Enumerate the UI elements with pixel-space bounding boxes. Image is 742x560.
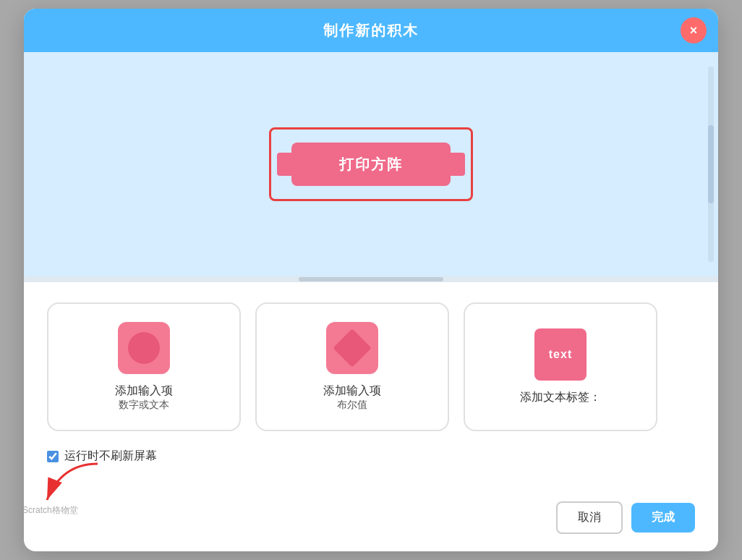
preview-block-wrapper: 打印方阵 <box>269 127 473 201</box>
checkbox-row: 运行时不刷新屏幕 <box>47 449 695 464</box>
scratch-block: 打印方阵 <box>291 143 451 186</box>
block-label: 打印方阵 <box>339 155 403 174</box>
watermark: Scratch格物堂 <box>24 503 78 519</box>
no-refresh-checkbox[interactable] <box>47 451 59 462</box>
preview-area: 打印方阵 <box>24 52 718 276</box>
circle-icon <box>128 332 160 364</box>
watermark-text: Scratch格物堂 <box>24 504 78 517</box>
close-button[interactable]: × <box>681 17 707 43</box>
option-card-number-text[interactable]: 添加输入项 数字或文本 <box>47 302 241 431</box>
scroll-thumb-horizontal[interactable] <box>299 277 443 281</box>
modal-title: 制作新的积木 <box>323 21 419 41</box>
input-options: 添加输入项 数字或文本 添加输入项 布尔值 <box>47 302 695 431</box>
option-label-main-3: 添加文本标签： <box>520 389 601 405</box>
text-icon-label: text <box>549 348 572 361</box>
diamond-icon <box>333 328 372 368</box>
option-icon-number-text <box>118 322 170 374</box>
scroll-divider <box>24 276 718 282</box>
scrollbar-track <box>708 67 714 262</box>
option-label-main-1: 添加输入项 数字或文本 <box>115 383 173 412</box>
option-card-boolean[interactable]: 添加输入项 布尔值 <box>255 302 449 431</box>
bottom-section: 添加输入项 数字或文本 添加输入项 布尔值 <box>24 282 718 551</box>
checkbox-label: 运行时不刷新屏幕 <box>64 449 157 464</box>
scrollbar-thumb[interactable] <box>708 125 714 203</box>
cancel-button[interactable]: 取消 <box>556 501 623 534</box>
confirm-button[interactable]: 完成 <box>631 503 695 533</box>
option-card-text-label[interactable]: text 添加文本标签： <box>464 302 657 431</box>
option-icon-boolean <box>326 322 378 374</box>
option-label-main-2: 添加输入项 布尔值 <box>323 383 381 412</box>
modal-dialog: 制作新的积木 × 打印方阵 <box>24 9 718 551</box>
block-notch-left <box>277 153 291 176</box>
text-icon: text <box>534 328 587 381</box>
footer-row: Scratch格物堂 取消 完成 <box>47 501 695 537</box>
block-notch-right <box>451 153 465 176</box>
modal-header: 制作新的积木 × <box>24 9 718 52</box>
modal-overlay: 制作新的积木 × 打印方阵 <box>0 0 742 560</box>
